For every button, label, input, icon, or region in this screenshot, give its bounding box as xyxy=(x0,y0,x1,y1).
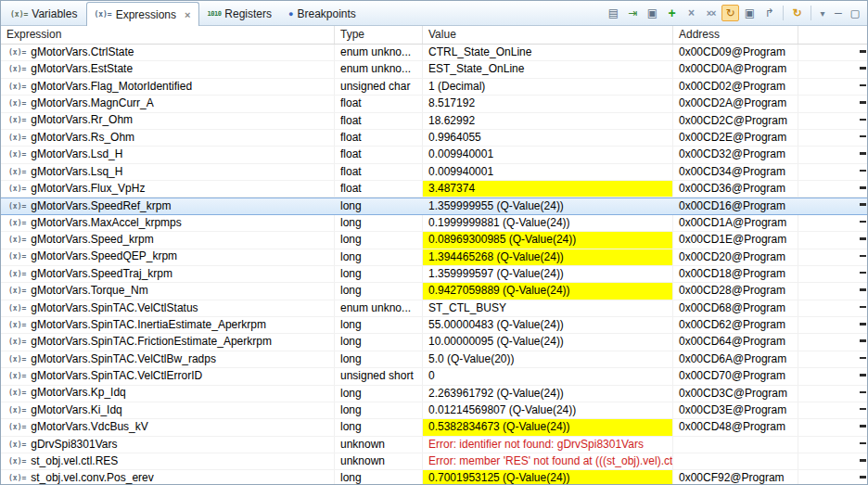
expression-row[interactable]: (x)= gMotorVars.Rs_Ohm float 0.9964055 0… xyxy=(1,130,867,147)
expression-value: 8.517192 xyxy=(423,96,673,111)
expression-name: gMotorVars.SpinTAC.InertiaEstimate_Aperk… xyxy=(31,317,266,333)
expression-row[interactable]: (x)= gMotorVars.Flag_MotorIdentified uns… xyxy=(1,79,867,96)
import-expressions-icon[interactable]: ⇥ xyxy=(624,5,642,21)
tab-breakpoints[interactable]: ●Breakpoints xyxy=(281,2,365,25)
expression-row[interactable]: (x)= gMotorVars.Lsq_H float 0.009940001 … xyxy=(1,164,867,181)
expression-value: 0.9964055 xyxy=(423,130,673,146)
refresh-icon[interactable]: ↻ xyxy=(788,5,806,21)
expression-address: 0x00CD68@Program xyxy=(673,300,798,316)
expression-row[interactable]: (x)= gMotorVars.EstState enum unkno... E… xyxy=(1,61,867,78)
expression-row[interactable]: (x)= gMotorVars.MaxAccel_krpmps long 0.1… xyxy=(1,215,867,232)
expression-type: long xyxy=(335,419,423,435)
expression-name: gMotorVars.Rr_Ohm xyxy=(31,113,133,129)
expression-type: long xyxy=(335,402,423,418)
column-header-address[interactable]: Address xyxy=(673,26,798,44)
column-header-expression[interactable]: Expression xyxy=(1,26,335,44)
add-expression-icon[interactable]: + xyxy=(663,5,681,21)
overview-ruler[interactable] xyxy=(860,43,866,484)
expression-row[interactable]: (x)= gMotorVars.Ki_Idq long 0.0121456980… xyxy=(1,402,867,419)
expression-icon: (x)= xyxy=(8,147,26,162)
tab-expressions[interactable]: (x)=Expressions× xyxy=(86,2,199,26)
close-tab-icon[interactable]: × xyxy=(185,9,190,20)
expression-icon: (x)= xyxy=(8,232,26,248)
copy-expressions-icon[interactable]: ▣ xyxy=(741,5,759,21)
expression-name: gMotorVars.Ki_Idq xyxy=(31,402,122,418)
expression-type: float xyxy=(335,113,423,129)
expression-row[interactable]: (x)= gMotorVars.CtrlState enum unkno... … xyxy=(1,45,867,61)
expressions-table: Expression Type Value Address (x)= gMoto… xyxy=(1,26,867,485)
column-header-filler xyxy=(798,26,867,44)
expression-row[interactable]: (x)= gMotorVars.Flux_VpHz float 3.487374… xyxy=(1,181,867,198)
expression-name: gMotorVars.Lsq_H xyxy=(31,164,122,180)
maximize-icon[interactable]: ▢ xyxy=(848,5,862,21)
expression-value: 0.7001953125 (Q-Value(24)) xyxy=(423,470,673,485)
layout-icon[interactable]: ▤ xyxy=(605,5,622,21)
expression-row[interactable]: (x)= gMotorVars.Rr_Ohm float 18.62992 0x… xyxy=(1,113,867,130)
column-header-value[interactable]: Value xyxy=(423,26,673,44)
expression-row[interactable]: (x)= gMotorVars.SpinTAC.VelCtlErrorID un… xyxy=(1,368,867,385)
expression-icon: (x)= xyxy=(8,45,26,60)
expression-name: gMotorVars.Kp_Idq xyxy=(31,386,126,402)
expression-icon: (x)= xyxy=(8,198,26,213)
expression-row[interactable]: (x)= gMotorVars.Kp_Idq long 2.263961792 … xyxy=(1,386,867,402)
toolbar-divider xyxy=(783,6,784,20)
expression-icon: (x)= xyxy=(8,283,26,299)
expression-row[interactable]: (x)= gMotorVars.SpinTAC.VelCtlBw_radps l… xyxy=(1,351,867,368)
expression-name: gMotorVars.SpinTAC.VelCtlErrorID xyxy=(31,368,202,384)
row-filler xyxy=(798,181,867,197)
expression-icon: (x)= xyxy=(8,386,26,402)
expression-address: 0x00CD3E@Program xyxy=(673,402,798,418)
tabs: (x)=Variables(x)=Expressions×1010Registe… xyxy=(1,1,365,25)
view-toolbar: ▤⇥▣+×××↻▣↱↻▾─▢ xyxy=(605,1,867,25)
expression-address: 0x00CD70@Program xyxy=(673,368,798,384)
expression-row[interactable]: (x)= gMotorVars.SpinTAC.VelCtlStatus enu… xyxy=(1,300,867,317)
expression-value: Error: identifier not found: gDrvSpi8301… xyxy=(423,437,673,453)
expression-row[interactable]: (x)= gDrvSpi8301Vars unknown Error: iden… xyxy=(1,437,867,453)
view-tabbar: (x)=Variables(x)=Expressions×1010Registe… xyxy=(1,1,867,26)
expression-row[interactable]: (x)= st_obj.vel.ctl.RES unknown Error: m… xyxy=(1,453,867,470)
new-view-icon[interactable]: ▣ xyxy=(644,5,661,21)
expression-name: gMotorVars.CtrlState xyxy=(31,45,134,60)
remove-all-expressions-icon[interactable]: ×× xyxy=(702,5,720,21)
expression-row[interactable]: (x)= gMotorVars.MagnCurr_A float 8.51719… xyxy=(1,96,867,112)
expression-address: 0x00CD09@Program xyxy=(673,45,798,60)
expression-row[interactable]: (x)= gMotorVars.SpeedTraj_krpm long 1.35… xyxy=(1,266,867,283)
view-menu-icon[interactable]: ▾ xyxy=(816,5,829,21)
expression-name: gMotorVars.Lsd_H xyxy=(31,147,122,162)
row-filler xyxy=(798,386,867,402)
expression-name: gMotorVars.MaxAccel_krpmps xyxy=(31,215,182,231)
variables-icon: (x)= xyxy=(10,10,28,19)
expression-row[interactable]: (x)= gMotorVars.VdcBus_kV long 0.5382834… xyxy=(1,419,867,436)
expression-row[interactable]: (x)= st_obj.vel.conv.Pos_erev long 0.700… xyxy=(1,470,867,485)
expression-row[interactable]: (x)= gMotorVars.SpeedQEP_krpm long 1.394… xyxy=(1,249,867,266)
expression-value: CTRL_State_OnLine xyxy=(423,45,673,60)
registers-icon: 1010 xyxy=(207,10,221,18)
remove-expression-icon[interactable]: × xyxy=(683,5,700,21)
expression-icon: (x)= xyxy=(8,317,26,333)
expression-row[interactable]: (x)= gMotorVars.SpeedRef_krpm long 1.359… xyxy=(1,198,867,214)
expression-value: 0 xyxy=(423,368,673,384)
continuous-refresh-icon[interactable]: ↻ xyxy=(721,5,739,21)
expression-row[interactable]: (x)= gMotorVars.Torque_Nm long 0.9427059… xyxy=(1,283,867,300)
expression-type: long xyxy=(335,198,423,213)
export-expressions-icon[interactable]: ↱ xyxy=(760,5,778,21)
expression-row[interactable]: (x)= gMotorVars.SpinTAC.InertiaEstimate_… xyxy=(1,317,867,334)
tab-variables[interactable]: (x)=Variables xyxy=(3,2,86,25)
tab-registers[interactable]: 1010Registers xyxy=(199,2,281,25)
expression-name: gMotorVars.Torque_Nm xyxy=(31,283,148,299)
expression-row[interactable]: (x)= gMotorVars.Lsd_H float 0.009940001 … xyxy=(1,147,867,163)
column-header-type[interactable]: Type xyxy=(335,26,423,44)
expression-address: 0x00CD64@Program xyxy=(673,334,798,350)
expression-icon: (x)= xyxy=(8,437,26,453)
minimize-icon[interactable]: ─ xyxy=(831,5,846,21)
row-filler xyxy=(798,79,867,95)
expression-type: unknown xyxy=(335,453,423,469)
expression-row[interactable]: (x)= gMotorVars.Speed_krpm long 0.089693… xyxy=(1,232,867,249)
expression-icon: (x)= xyxy=(8,300,26,316)
row-filler xyxy=(798,198,867,213)
expression-address: 0x00CD6A@Program xyxy=(673,351,798,367)
row-filler xyxy=(798,368,867,384)
expression-address: 0x00CD1A@Program xyxy=(673,215,798,231)
expression-row[interactable]: (x)= gMotorVars.SpinTAC.FrictionEstimate… xyxy=(1,334,867,351)
expression-address: 0x00CD48@Program xyxy=(673,419,798,435)
